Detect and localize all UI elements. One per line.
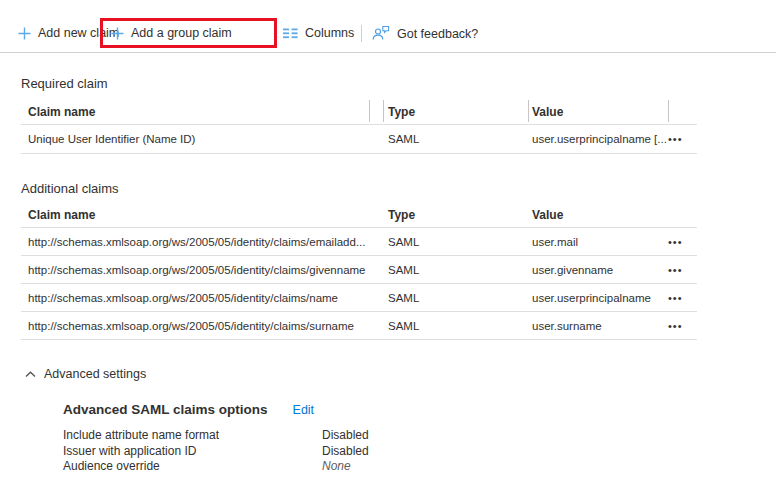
advanced-settings-toggle[interactable]: Advanced settings <box>21 366 697 382</box>
table-row[interactable]: http://schemas.xmlsoap.org/ws/2005/05/id… <box>21 312 697 340</box>
advanced-saml-claims-options: Advanced SAML claims options Edit Includ… <box>63 401 697 475</box>
column-header-type[interactable]: Type <box>383 208 528 222</box>
table-row[interactable]: http://schemas.xmlsoap.org/ws/2005/05/id… <box>21 256 697 284</box>
option-row: Include attribute name format Disabled <box>63 428 697 444</box>
option-row: Audience override None <box>63 459 697 475</box>
add-group-claim-button-highlighted[interactable]: Add a group claim <box>100 18 277 48</box>
column-resize-handle[interactable] <box>528 100 529 122</box>
cell-type: SAML <box>383 236 528 248</box>
chevron-up-icon <box>25 371 36 378</box>
additional-claims-section: Additional claims Claim name Type Value … <box>21 181 697 340</box>
cell-value: user.surname <box>528 320 668 332</box>
edit-link[interactable]: Edit <box>293 403 315 417</box>
option-label: Issuer with application ID <box>63 444 322 460</box>
cell-value: user.givenname <box>528 264 668 276</box>
option-value: Disabled <box>322 444 369 460</box>
columns-label: Columns <box>305 26 354 40</box>
option-row: Issuer with application ID Disabled <box>63 444 697 460</box>
option-value: Disabled <box>322 428 369 444</box>
required-claim-title: Required claim <box>21 76 697 92</box>
got-feedback-label: Got feedback? <box>397 26 478 40</box>
option-value: None <box>322 459 351 475</box>
column-resize-handle[interactable] <box>668 100 669 122</box>
row-more-menu-button[interactable]: ••• <box>668 292 697 304</box>
additional-claims-title: Additional claims <box>21 181 697 197</box>
columns-button[interactable]: Columns <box>283 26 354 40</box>
cell-value: user.userprincipalname [... <box>528 133 668 145</box>
additional-claims-table-header: Claim name Type Value <box>21 202 697 228</box>
cell-value: user.userprincipalname <box>528 292 668 304</box>
cell-claim-name: http://schemas.xmlsoap.org/ws/2005/05/id… <box>21 264 383 276</box>
cell-claim-name: http://schemas.xmlsoap.org/ws/2005/05/id… <box>21 236 383 248</box>
feedback-icon <box>372 26 390 41</box>
cell-type: SAML <box>383 292 528 304</box>
column-resize-handle[interactable] <box>369 100 370 122</box>
add-group-claim-label: Add a group claim <box>131 26 232 40</box>
plus-icon <box>18 27 31 40</box>
advanced-settings-label: Advanced settings <box>44 366 146 382</box>
table-row[interactable]: http://schemas.xmlsoap.org/ws/2005/05/id… <box>21 228 697 256</box>
column-header-claim-name[interactable]: Claim name <box>21 105 383 119</box>
table-row[interactable]: Unique User Identifier (Name ID) SAML us… <box>21 125 697 154</box>
got-feedback-button[interactable]: Got feedback? <box>372 26 478 41</box>
column-header-claim-name[interactable]: Claim name <box>21 208 383 222</box>
cell-claim-name: Unique User Identifier (Name ID) <box>21 133 383 145</box>
row-more-menu-button[interactable]: ••• <box>668 236 697 248</box>
claims-content: Required claim Claim name Type Value Uni… <box>21 53 697 475</box>
row-more-menu-button[interactable]: ••• <box>668 133 697 145</box>
column-header-type[interactable]: Type <box>383 105 528 119</box>
column-header-value[interactable]: Value <box>528 105 668 119</box>
required-claim-table-header: Claim name Type Value <box>21 99 697 125</box>
toolbar-divider <box>361 25 362 42</box>
claims-toolbar: Add new claim Add a group claim Columns <box>0 14 776 53</box>
cell-claim-name: http://schemas.xmlsoap.org/ws/2005/05/id… <box>21 292 383 304</box>
required-claim-section: Required claim Claim name Type Value Uni… <box>21 76 697 154</box>
column-resize-handle[interactable] <box>383 100 384 122</box>
row-more-menu-button[interactable]: ••• <box>668 264 697 276</box>
option-label: Audience override <box>63 459 322 475</box>
table-row[interactable]: http://schemas.xmlsoap.org/ws/2005/05/id… <box>21 284 697 312</box>
column-header-value[interactable]: Value <box>528 208 668 222</box>
advanced-saml-options-title: Advanced SAML claims options <box>63 401 268 418</box>
cell-type: SAML <box>383 264 528 276</box>
plus-icon <box>111 27 124 40</box>
cell-value: user.mail <box>528 236 668 248</box>
option-label: Include attribute name format <box>63 428 322 444</box>
cell-type: SAML <box>383 320 528 332</box>
cell-type: SAML <box>383 133 528 145</box>
columns-icon <box>283 28 298 39</box>
row-more-menu-button[interactable]: ••• <box>668 320 697 332</box>
cell-claim-name: http://schemas.xmlsoap.org/ws/2005/05/id… <box>21 320 383 332</box>
